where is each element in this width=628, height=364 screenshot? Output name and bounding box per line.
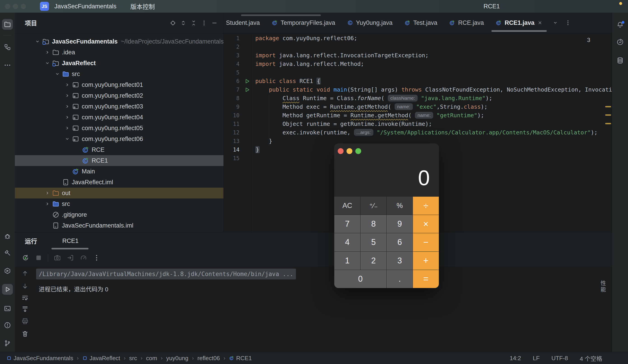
caret-position[interactable]: 14:2 (510, 355, 521, 362)
kebab-button[interactable] (93, 254, 100, 262)
calc-zoom-button[interactable] (355, 148, 361, 154)
calc-key-4[interactable]: 4 (334, 233, 360, 251)
tree-item-rce[interactable]: RCE (15, 144, 224, 155)
calc-key-8[interactable]: 8 (361, 215, 387, 233)
calc-key-[interactable]: × (413, 215, 439, 233)
chevron-right-icon[interactable] (43, 49, 52, 56)
sidebar-item-debug-tool[interactable] (2, 231, 13, 242)
tree-item-com-yuy0ung-reflect05[interactable]: com.yuy0ung.reflect05 (15, 123, 224, 133)
lock-open-icon[interactable] (614, 355, 620, 361)
chevron-right-icon[interactable] (43, 190, 52, 196)
calc-key-AC[interactable]: AC (334, 197, 360, 215)
chevron-down-icon[interactable] (43, 60, 52, 66)
sidebar-item-ai-assistant[interactable] (616, 38, 624, 47)
project-panel-title[interactable]: 项目 (25, 18, 44, 27)
tab-list-button[interactable] (552, 20, 558, 26)
tab-temporaryfiles-java[interactable]: TemporaryFiles.java (266, 13, 341, 33)
tab-test-java[interactable]: Test.java (398, 13, 443, 33)
tree-item-javareflect-iml[interactable]: JavaReflect.iml (15, 177, 224, 188)
calc-key-[interactable]: = (413, 270, 439, 288)
calc-key-[interactable]: . (387, 270, 413, 288)
chevron-down-icon[interactable] (63, 136, 72, 142)
calc-key-[interactable]: ⁺⁄₋ (361, 197, 387, 215)
tab-rce1-java[interactable]: RCE1.java (490, 13, 548, 33)
vcs-menu[interactable]: 版本控制 (129, 1, 163, 12)
sidebar-item-run-tool[interactable] (2, 284, 13, 295)
sidebar-item-problems-tool[interactable] (2, 320, 13, 331)
run-console[interactable]: /Library/Java/JavaVirtualMachines/jdk-1.… (15, 266, 612, 352)
sidebar-item-database[interactable] (616, 57, 624, 65)
printer-button[interactable] (21, 317, 29, 325)
debug-run-button[interactable] (528, 2, 536, 10)
rerun-button[interactable] (22, 254, 29, 262)
tree-item-com-yuy0ung-reflect01[interactable]: com.yuy0ung.reflect01 (15, 79, 224, 90)
run-tab-rce1[interactable]: RCE1 (51, 232, 89, 249)
run-line-gutter-icon[interactable] (241, 78, 253, 84)
calc-key-3[interactable]: 3 (387, 252, 413, 270)
chevron-down-icon[interactable] (33, 38, 42, 45)
expand-all-icon[interactable] (180, 20, 186, 26)
kebab-icon[interactable] (201, 20, 207, 26)
chevron-right-icon[interactable] (63, 125, 72, 131)
warning-stripe-mark[interactable] (605, 106, 611, 107)
scrollend-button[interactable] (21, 305, 29, 313)
collapse-all-icon[interactable] (191, 20, 197, 26)
file-encoding[interactable]: UTF-8 (551, 355, 568, 362)
calc-key-[interactable]: % (387, 197, 413, 215)
collapsed-profiler-tab[interactable]: 性能 (599, 269, 607, 293)
tree-item-out[interactable]: out (15, 188, 224, 198)
run-configuration-widget[interactable]: RCE1 (474, 2, 507, 10)
calc-key-1[interactable]: 1 (334, 252, 360, 270)
tree-item--idea[interactable]: .idea (15, 47, 224, 58)
tree-item-com-yuy0ung-reflect02[interactable]: com.yuy0ung.reflect02 (15, 90, 224, 101)
calc-key-[interactable]: ÷ (413, 197, 439, 215)
breadcrumb-rce1[interactable]: RCE1 (228, 355, 253, 362)
calc-key-2[interactable]: 2 (361, 252, 387, 270)
chevron-right-icon[interactable] (63, 114, 72, 121)
calc-key-[interactable]: + (413, 252, 439, 270)
sidebar-item-version-control-tool[interactable] (2, 338, 13, 349)
chevron-down-icon[interactable] (53, 71, 62, 77)
prev-warning-button[interactable] (594, 37, 599, 43)
tree-item-com-yuy0ung-reflect04[interactable]: com.yuy0ung.reflect04 (15, 112, 224, 123)
warning-stripe-mark[interactable] (605, 123, 611, 124)
stop-button[interactable] (35, 254, 42, 262)
settings-button[interactable] (614, 2, 622, 10)
zoom-window-button[interactable] (21, 4, 26, 9)
inspection-widget[interactable]: 3 (577, 37, 608, 44)
tab-student-java[interactable]: Student.java (224, 13, 266, 33)
search-everywhere-button[interactable] (596, 2, 603, 10)
warning-stripe-mark[interactable] (605, 114, 611, 116)
breadcrumb-reflect06[interactable]: reflect06 (196, 355, 221, 362)
tree-item-src[interactable]: src (15, 198, 224, 209)
tree-item-javareflect[interactable]: JavaReflect (15, 58, 224, 68)
calc-minimize-button[interactable] (346, 148, 352, 154)
calc-key-9[interactable]: 9 (387, 215, 413, 233)
calc-key-7[interactable]: 7 (334, 215, 360, 233)
tree-item--gitignore[interactable]: .gitignore (15, 209, 224, 220)
tree-item-javasecfundamentals-iml[interactable]: JavaSecFundamentals.iml (15, 220, 224, 231)
target-icon[interactable] (170, 20, 176, 26)
breadcrumb-javasecfundamentals[interactable]: JavaSecFundamentals (5, 355, 75, 362)
indent-style[interactable]: 4 个空格 (580, 354, 602, 363)
breadcrumb-yuy0ung[interactable]: yuy0ung (165, 355, 190, 362)
tree-item-com-yuy0ung-reflect03[interactable]: com.yuy0ung.reflect03 (15, 101, 224, 112)
tab-rce-java[interactable]: RCE.java (443, 13, 490, 33)
tab-yuy0ung-java[interactable]: Yuy0ung.java (341, 13, 398, 33)
chevron-right-icon[interactable] (63, 92, 72, 99)
calc-key-0[interactable]: 0 (334, 270, 387, 288)
close-icon[interactable] (81, 238, 87, 243)
chevron-right-icon[interactable] (63, 82, 72, 88)
next-warning-button[interactable] (603, 37, 608, 43)
chevron-right-icon[interactable] (43, 201, 52, 207)
line-separator[interactable]: LF (533, 355, 540, 362)
chevron-right-icon[interactable] (63, 103, 72, 110)
sidebar-item-notifications[interactable] (616, 21, 624, 30)
more-actions-button[interactable] (542, 2, 550, 10)
tree-item-com-yuy0ung-reflect06[interactable]: com.yuy0ung.reflect06 (15, 133, 224, 144)
close-window-button[interactable] (5, 4, 10, 9)
tree-item-src[interactable]: src (15, 68, 224, 79)
breadcrumb-javareflect[interactable]: JavaReflect (81, 355, 121, 362)
arrow-down-button[interactable] (21, 282, 29, 290)
camera-button[interactable] (54, 254, 61, 262)
